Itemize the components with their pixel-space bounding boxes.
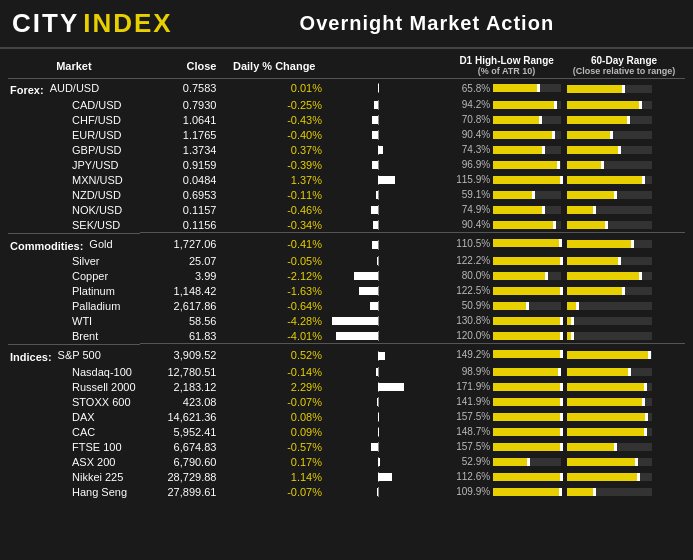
d1-range-cell: 74.9% xyxy=(450,202,563,217)
market-cell: Silver xyxy=(8,253,140,268)
change-bar xyxy=(326,233,450,254)
change-value: -0.57% xyxy=(224,439,326,454)
market-cell: Copper xyxy=(8,268,140,283)
market-cell: EUR/USD xyxy=(8,127,140,142)
market-name: ASX 200 xyxy=(72,456,115,468)
market-name: Nasdaq-100 xyxy=(72,366,132,378)
market-cell: Hang Seng xyxy=(8,484,140,499)
market-name: Brent xyxy=(72,330,98,342)
d1-range-cell: 110.5% xyxy=(450,233,563,254)
section-label: Forex: xyxy=(10,81,48,96)
change-value: -0.05% xyxy=(224,253,326,268)
d1-range-cell: 65.8% xyxy=(450,79,563,98)
logo-city: CITY xyxy=(12,8,79,39)
change-value: -0.39% xyxy=(224,157,326,172)
close-value: 0.9159 xyxy=(140,157,225,172)
change-bar xyxy=(326,157,450,172)
change-bar xyxy=(326,424,450,439)
60day-range-cell xyxy=(563,313,685,328)
60day-range-cell xyxy=(563,379,685,394)
market-name: Silver xyxy=(72,255,100,267)
d1-range-cell: 141.9% xyxy=(450,394,563,409)
d1-range-cell: 122.2% xyxy=(450,253,563,268)
close-value: 2,617.86 xyxy=(140,298,225,313)
d1-range-cell: 90.4% xyxy=(450,217,563,233)
change-bar xyxy=(326,344,450,365)
market-name: NOK/USD xyxy=(72,204,122,216)
change-value: 0.01% xyxy=(224,79,326,98)
close-value: 5,952.41 xyxy=(140,424,225,439)
market-cell: Platinum xyxy=(8,283,140,298)
market-name: Copper xyxy=(72,270,108,282)
d1-range-cell: 157.5% xyxy=(450,409,563,424)
60day-range-cell xyxy=(563,484,685,499)
market-name: Russell 2000 xyxy=(72,381,136,393)
market-name: Palladium xyxy=(72,300,120,312)
change-bar xyxy=(326,328,450,344)
60day-range-cell xyxy=(563,253,685,268)
d1-range-cell: 157.5% xyxy=(450,439,563,454)
d1-range-cell: 50.9% xyxy=(450,298,563,313)
change-bar xyxy=(326,454,450,469)
market-name: CAC xyxy=(72,426,95,438)
market-name: S&P 500 xyxy=(58,349,101,361)
60day-range-cell xyxy=(563,424,685,439)
d1-range-cell: 122.5% xyxy=(450,283,563,298)
col-header-d1: D1 High-Low Range (% of ATR 10) xyxy=(450,53,563,79)
change-value: -0.07% xyxy=(224,484,326,499)
close-value: 27,899.61 xyxy=(140,484,225,499)
change-bar xyxy=(326,142,450,157)
60day-range-cell xyxy=(563,364,685,379)
change-value: -0.43% xyxy=(224,112,326,127)
market-cell: Nikkei 225 xyxy=(8,469,140,484)
market-cell: SEK/USD xyxy=(8,217,140,232)
d1-range-cell: 148.7% xyxy=(450,424,563,439)
change-value: -0.41% xyxy=(224,233,326,254)
col-header-60day: 60-Day Range (Close relative to range) xyxy=(563,53,685,79)
market-name: GBP/USD xyxy=(72,144,122,156)
change-bar xyxy=(326,469,450,484)
change-value: -4.01% xyxy=(224,328,326,344)
market-cell: Indices:S&P 500 xyxy=(8,344,140,365)
market-name: CAD/USD xyxy=(72,99,122,111)
close-value: 1,148.42 xyxy=(140,283,225,298)
60day-range-cell xyxy=(563,439,685,454)
market-cell: CAD/USD xyxy=(8,97,140,112)
d1-range-cell: 52.9% xyxy=(450,454,563,469)
60day-range-cell xyxy=(563,79,685,98)
60day-range-cell xyxy=(563,187,685,202)
section-label: Indices: xyxy=(10,348,56,363)
d1-range-cell: 149.2% xyxy=(450,344,563,365)
change-value: -0.40% xyxy=(224,127,326,142)
close-value: 423.08 xyxy=(140,394,225,409)
page-title: Overnight Market Action xyxy=(173,12,681,35)
market-name: MXN/USD xyxy=(72,174,123,186)
d1-range-cell: 130.8% xyxy=(450,313,563,328)
change-bar xyxy=(326,217,450,233)
close-value: 0.1156 xyxy=(140,217,225,233)
close-value: 3,909.52 xyxy=(140,344,225,365)
close-value: 1.3734 xyxy=(140,142,225,157)
change-bar xyxy=(326,484,450,499)
change-bar xyxy=(326,268,450,283)
market-name: DAX xyxy=(72,411,95,423)
market-cell: Russell 2000 xyxy=(8,379,140,394)
change-value: -0.14% xyxy=(224,364,326,379)
market-name: WTI xyxy=(72,315,92,327)
change-bar xyxy=(326,127,450,142)
close-value: 28,729.88 xyxy=(140,469,225,484)
market-cell: Palladium xyxy=(8,298,140,313)
change-value: 0.17% xyxy=(224,454,326,469)
d1-range-cell: 109.9% xyxy=(450,484,563,499)
change-value: 0.37% xyxy=(224,142,326,157)
change-bar xyxy=(326,379,450,394)
market-cell: GBP/USD xyxy=(8,142,140,157)
close-value: 12,780.51 xyxy=(140,364,225,379)
change-bar xyxy=(326,283,450,298)
d1-range-cell: 94.2% xyxy=(450,97,563,112)
close-value: 0.0484 xyxy=(140,172,225,187)
market-cell: Brent xyxy=(8,328,140,343)
col-header-daily-change: Daily % Change xyxy=(224,53,326,79)
market-name: NZD/USD xyxy=(72,189,121,201)
d1-range-cell: 70.8% xyxy=(450,112,563,127)
